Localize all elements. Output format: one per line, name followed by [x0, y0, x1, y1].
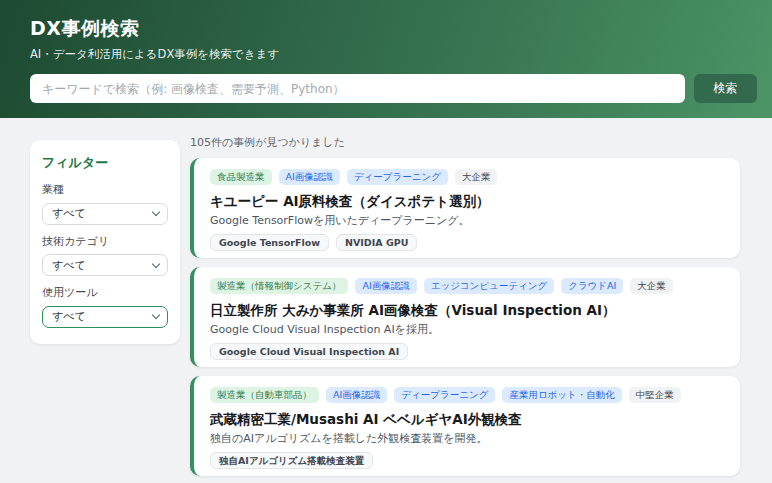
search-input[interactable] [30, 74, 685, 103]
tool-chip-row: Google Cloud Visual Inspection AI [210, 343, 724, 361]
tool-chip-row: Google TensorFlow NVIDIA GPU [210, 234, 724, 252]
case-description: Google Cloud Visual Inspection AIを採用。 [210, 323, 724, 337]
filter-field-tool: 使用ツール すべて [42, 285, 168, 328]
industry-select[interactable]: すべて [42, 203, 168, 225]
industry-select-wrap: すべて [42, 202, 168, 225]
tool-chip: NVIDIA GPU [336, 234, 417, 252]
industry-tag: 製造業（情報制御システム） [210, 278, 348, 294]
filter-panel: フィルター 業種 すべて 技術カテゴリ すべて 使用ツール すべて [30, 140, 180, 344]
industry-tag: 製造業（自動車部品） [210, 387, 319, 403]
industry-tag: 食品製造業 [210, 169, 272, 185]
industry-filter-label: 業種 [42, 182, 168, 197]
results-count: 105件の事例が見つかりました [190, 136, 740, 149]
tech-category-select-wrap: すべて [42, 254, 168, 277]
case-title: キユーピー AI原料検査（ダイスポテト選別） [210, 192, 724, 210]
page-title: DX事例検索 [30, 16, 757, 40]
content-area: フィルター 業種 すべて 技術カテゴリ すべて 使用ツール すべて [0, 118, 772, 483]
case-title: 武蔵精密工業/Musashi AI ベベルギヤAI外観検査 [210, 410, 724, 428]
tag-row: 製造業（自動車部品） AI画像認識 ディープラーニング 産業用ロボット・自動化 … [210, 387, 724, 403]
tech-tag: AI画像認識 [279, 169, 340, 185]
case-title: 日立製作所 大みか事業所 AI画像検査（Visual Inspection AI… [210, 301, 724, 319]
case-card[interactable]: 製造業（情報制御システム） AI画像認識 エッジコンピューティング クラウドAI… [190, 267, 740, 367]
tech-tag: 産業用ロボット・自動化 [502, 387, 621, 403]
tool-chip: 独自AIアルゴリズム搭載検査装置 [210, 452, 373, 470]
tech-tag: AI画像認識 [326, 387, 387, 403]
company-size-tag: 中堅企業 [629, 387, 681, 403]
search-button[interactable]: 検索 [694, 74, 757, 103]
tech-category-select[interactable]: すべて [42, 254, 168, 276]
case-card[interactable]: 製造業（自動車部品） AI画像認識 ディープラーニング 産業用ロボット・自動化 … [190, 376, 740, 476]
tag-row: 食品製造業 AI画像認識 ディープラーニング 大企業 [210, 169, 724, 185]
tool-chip: Google TensorFlow [210, 234, 329, 252]
tech-category-filter-label: 技術カテゴリ [42, 234, 168, 249]
tech-tag: エッジコンピューティング [424, 278, 554, 294]
case-card-list: 食品製造業 AI画像認識 ディープラーニング 大企業 キユーピー AI原料検査（… [190, 158, 740, 483]
tag-row: 製造業（情報制御システム） AI画像認識 エッジコンピューティング クラウドAI… [210, 278, 724, 294]
tech-tag: クラウドAI [561, 278, 623, 294]
results-section: 105件の事例が見つかりました 食品製造業 AI画像認識 ディープラーニング 大… [190, 136, 740, 483]
search-bar: 検索 [30, 74, 757, 103]
tech-tag: AI画像認識 [355, 278, 416, 294]
tech-tag: ディープラーニング [394, 387, 495, 403]
company-size-tag: 大企業 [455, 169, 498, 185]
app-header: DX事例検索 AI・データ利活用によるDX事例を検索できます 検索 [0, 0, 772, 118]
tool-chip-row: 独自AIアルゴリズム搭載検査装置 [210, 452, 724, 470]
tool-filter-label: 使用ツール [42, 285, 168, 300]
filter-panel-title: フィルター [42, 154, 168, 172]
tool-select-wrap: すべて [42, 305, 168, 328]
tool-chip: Google Cloud Visual Inspection AI [210, 343, 408, 361]
tool-select[interactable]: すべて [42, 306, 168, 328]
filter-field-industry: 業種 すべて [42, 182, 168, 225]
page-subtitle: AI・データ利活用によるDX事例を検索できます [30, 47, 757, 61]
case-card[interactable]: 食品製造業 AI画像認識 ディープラーニング 大企業 キユーピー AI原料検査（… [190, 158, 740, 258]
company-size-tag: 大企業 [630, 278, 673, 294]
filter-field-tech-category: 技術カテゴリ すべて [42, 234, 168, 277]
case-description: Google TensorFlowを用いたディープラーニング。 [210, 214, 724, 228]
case-description: 独自のAIアルゴリズムを搭載した外観検査装置を開発。 [210, 432, 724, 446]
tech-tag: ディープラーニング [347, 169, 448, 185]
